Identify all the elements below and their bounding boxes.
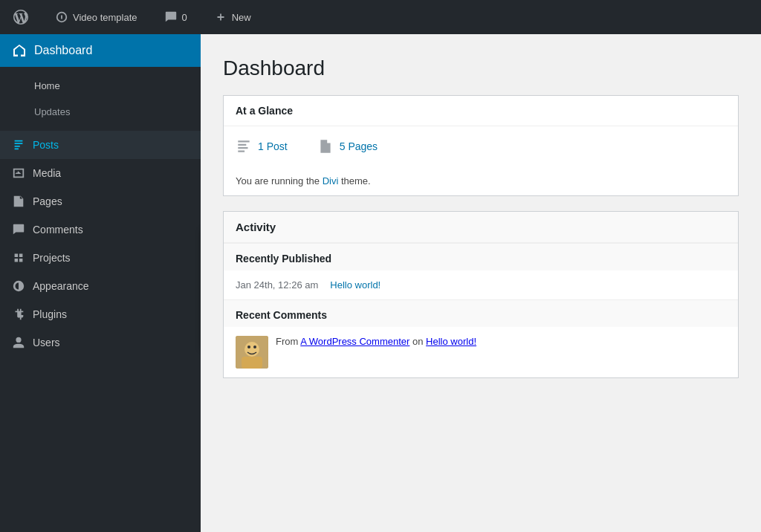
commenter-link[interactable]: A WordPress Commenter (300, 336, 409, 347)
sidebar-home-section: Home Updates (0, 67, 201, 131)
comment-post-link[interactable]: Hello world! (426, 336, 476, 347)
theme-info: You are running the Divi theme. (224, 166, 738, 195)
sidebar-item-media[interactable]: Media (0, 159, 201, 187)
main-content-area: Dashboard At a Glance 1 Post 5 Pages (201, 34, 761, 532)
pub-date: Jan 24th, 12:26 am (236, 279, 318, 291)
at-a-glance-card: At a Glance 1 Post 5 Pages You are runni… (223, 95, 739, 196)
post-count-link[interactable]: 1 Post (258, 140, 288, 152)
theme-suffix: theme. (341, 175, 371, 186)
comments-button[interactable]: 0 (158, 10, 193, 24)
comments-nav-label: Comments (33, 224, 83, 236)
sidebar-item-home[interactable]: Home (0, 73, 201, 99)
pages-label: Pages (33, 195, 62, 207)
site-name-button[interactable]: Video template (49, 10, 143, 24)
home-label: Home (34, 80, 60, 91)
sidebar-item-comments[interactable]: Comments (0, 215, 201, 244)
dashboard-label: Dashboard (34, 44, 92, 57)
theme-link[interactable]: Divi (323, 175, 339, 186)
projects-label: Projects (33, 252, 71, 264)
recently-published-section: Jan 24th, 12:26 am Hello world! (224, 270, 738, 299)
sidebar: Dashboard Home Updates Posts Media (0, 34, 201, 532)
post-count-item: 1 Post (236, 138, 288, 155)
comment-item: From A WordPress Commenter on Hello worl… (236, 336, 726, 369)
sidebar-item-appearance[interactable]: Appearance (0, 272, 201, 300)
sidebar-item-projects[interactable]: Projects (0, 244, 201, 272)
new-content-button[interactable]: New (208, 10, 257, 24)
users-label: Users (33, 337, 60, 348)
svg-rect-4 (242, 357, 262, 369)
svg-point-3 (253, 346, 256, 348)
at-a-glance-header: At a Glance (224, 96, 738, 126)
sidebar-item-updates[interactable]: Updates (0, 99, 201, 125)
sidebar-item-pages[interactable]: Pages (0, 187, 201, 215)
recent-comments-header: Recent Comments (224, 299, 738, 327)
plugins-label: Plugins (33, 308, 67, 320)
theme-text: You are running the (236, 175, 320, 186)
sidebar-dashboard-header[interactable]: Dashboard (0, 34, 201, 67)
comment-text: From A WordPress Commenter on Hello worl… (276, 336, 476, 347)
wp-logo-button[interactable] (7, 10, 34, 25)
pub-item: Jan 24th, 12:26 am Hello world! (236, 279, 726, 291)
sidebar-item-posts[interactable]: Posts (0, 131, 201, 159)
recently-published-header: Recently Published (224, 243, 738, 270)
at-a-glance-body: 1 Post 5 Pages (224, 126, 738, 166)
sidebar-item-users[interactable]: Users (0, 328, 201, 357)
media-label: Media (33, 167, 61, 179)
pages-count-item: 5 Pages (317, 138, 378, 155)
svg-point-2 (247, 346, 250, 348)
pages-count-link[interactable]: 5 Pages (340, 140, 378, 152)
commenter-avatar (236, 336, 268, 369)
activity-header: Activity (224, 212, 738, 243)
appearance-label: Appearance (33, 280, 89, 292)
activity-card: Activity Recently Published Jan 24th, 12… (223, 211, 739, 378)
main-layout: Dashboard Home Updates Posts Media (0, 34, 761, 532)
activity-title: Activity (236, 221, 276, 233)
recent-comments-section: From A WordPress Commenter on Hello worl… (224, 327, 738, 377)
new-label: New (232, 12, 251, 23)
page-title: Dashboard (223, 56, 739, 80)
updates-label: Updates (34, 106, 70, 117)
sidebar-item-plugins[interactable]: Plugins (0, 300, 201, 328)
comment-from-text: From (276, 336, 298, 347)
comments-count: 0 (182, 12, 187, 23)
site-name-label: Video template (73, 12, 137, 23)
admin-bar: Video template 0 New (0, 0, 761, 34)
posts-label: Posts (33, 139, 59, 151)
comment-on-text: on (412, 336, 423, 347)
pub-link[interactable]: Hello world! (330, 279, 380, 291)
